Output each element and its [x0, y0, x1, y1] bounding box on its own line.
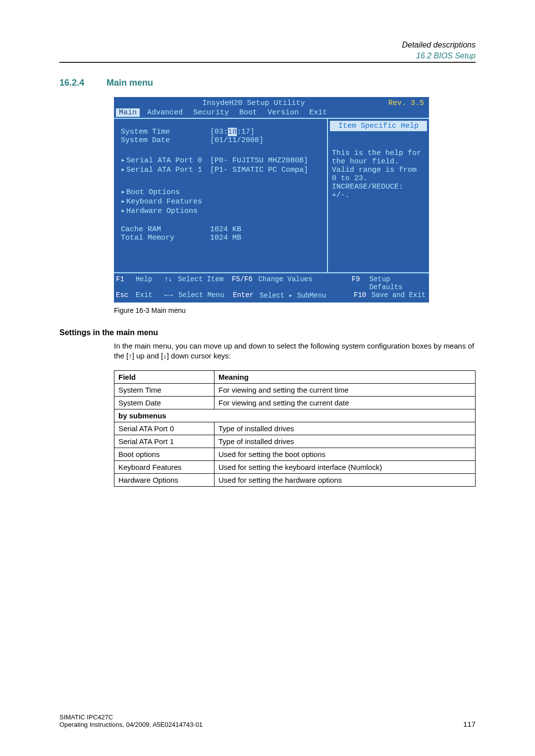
- key-f10: F10: [354, 291, 366, 299]
- cell-field: Serial ATA Port 0: [114, 422, 214, 435]
- footer-line2: Operating Instructions, 04/2009, A5E0241…: [59, 721, 476, 728]
- cell-field: Serial ATA Port 1: [114, 435, 214, 448]
- row-cache-ram: Cache RAM1024 KB: [121, 225, 322, 234]
- system-time-label: System Time: [121, 128, 210, 136]
- system-date-value: [01/11/2008]: [210, 136, 264, 145]
- header-block: Detailed descriptions 16.2 BIOS Setup: [59, 40, 476, 62]
- label-save-exit: Save and Exit: [372, 291, 426, 299]
- cell-meaning: Used for setting the hardware options: [214, 473, 476, 486]
- total-memory-value: 1024 MB: [210, 234, 241, 242]
- cell-field: System Date: [114, 396, 214, 409]
- section-number: 16.2.4: [59, 78, 104, 88]
- page-number: 117: [463, 720, 476, 728]
- cell-meaning: Used for setting the boot options: [214, 448, 476, 460]
- table-header-row: Field Meaning: [114, 370, 476, 383]
- cache-ram-value: 1024 KB: [210, 225, 241, 234]
- label-select-submenu: Select ▸ SubMenu: [260, 292, 326, 300]
- bios-help-text: This is the help for the hour field. Val…: [332, 149, 425, 200]
- sata0-value: [P0- FUJITSU MHZ2080B]: [210, 156, 308, 165]
- sata1-value: [P1- SIMATIC PC Compa]: [210, 166, 308, 174]
- bios-screenshot: InsydeH20 Setup Utility Rev. 3.5 Main Ad…: [114, 97, 429, 302]
- spec-table: Field Meaning System Time For viewing an…: [114, 370, 476, 487]
- key-f9: F9: [352, 275, 360, 283]
- section-heading: 16.2.4 Main menu: [59, 78, 476, 88]
- bios-rev: Rev. 3.5: [388, 99, 424, 107]
- table-row: Serial ATA Port 0 Type of installed driv…: [114, 422, 476, 435]
- row-boot-options[interactable]: Boot Options: [121, 187, 322, 197]
- row-sata1[interactable]: Serial ATA Port 1[P1- SIMATIC PC Compa]: [121, 165, 322, 174]
- header-title: Detailed descriptions: [59, 40, 476, 50]
- table-row: Keyboard Features Used for setting the k…: [114, 460, 476, 473]
- bios-left-panel: System Time[03:18:17] System Date[01/11/…: [114, 119, 328, 272]
- header-subtitle: 16.2 BIOS Setup: [59, 50, 476, 63]
- label-select-menu: Select Menu: [178, 291, 224, 299]
- cell-field: Boot options: [114, 448, 214, 460]
- tab-advanced[interactable]: Advanced: [144, 108, 186, 117]
- page: Detailed descriptions 16.2 BIOS Setup 16…: [0, 0, 535, 756]
- cell-meaning: Type of installed drives: [214, 422, 476, 435]
- tab-security[interactable]: Security: [190, 108, 232, 117]
- label-select-item: Select Item: [178, 275, 223, 283]
- key-f1: F1: [116, 275, 124, 283]
- bios-tabs: Main Advanced Security Boot Version Exit: [114, 108, 429, 118]
- row-system-time[interactable]: System Time[03:18:17]: [121, 128, 322, 136]
- total-memory-label: Total Memory: [121, 234, 210, 242]
- footer-line1: SIMATIC IPC427C: [59, 713, 476, 721]
- row-total-memory: Total Memory1024 MB: [121, 234, 322, 242]
- figure-caption: Figure 16-3 Main menu: [114, 306, 476, 314]
- table-row: System Time For viewing and setting the …: [114, 383, 476, 396]
- table-row: System Date For viewing and setting the …: [114, 396, 476, 409]
- tab-boot[interactable]: Boot: [236, 108, 260, 117]
- row-hardware-options[interactable]: Hardware Options: [121, 206, 322, 215]
- bios-help-panel: Item Specific Help This is the help for …: [328, 119, 429, 272]
- row-system-date[interactable]: System Date[01/11/2008]: [121, 136, 322, 145]
- header-rule: [59, 62, 476, 63]
- system-time-pre: [03:: [210, 128, 228, 136]
- key-arrows-v: ↑↓: [164, 275, 172, 283]
- label-help: Help: [136, 275, 153, 283]
- cell-meaning: For viewing and setting the current time: [214, 383, 476, 396]
- sata0-label: Serial ATA Port 0: [121, 155, 210, 165]
- row-sata0[interactable]: Serial ATA Port 0[P0- FUJITSU MHZ2080B]: [121, 155, 322, 165]
- tab-exit[interactable]: Exit: [306, 108, 330, 117]
- row-keyboard-features[interactable]: Keyboard Features: [121, 197, 322, 206]
- th-meaning: Meaning: [214, 370, 476, 383]
- section-title: Main menu: [107, 78, 153, 88]
- page-footer: SIMATIC IPC427C Operating Instructions, …: [59, 713, 476, 728]
- settings-text: In the main menu, you can move up and do…: [114, 341, 476, 361]
- bios-help-title: Item Specific Help: [330, 121, 427, 131]
- cell-meaning: Type of installed drives: [214, 435, 476, 448]
- sata1-label: Serial ATA Port 1: [121, 165, 210, 174]
- table-subheader-row: by submenus: [114, 409, 476, 422]
- cell-meaning: For viewing and setting the current date: [214, 396, 476, 409]
- key-arrows-h: ←→: [164, 291, 173, 299]
- table-row: Hardware Options Used for setting the ha…: [114, 473, 476, 486]
- system-date-label: System Date: [121, 136, 210, 145]
- key-enter: Enter: [233, 291, 254, 299]
- table-row: Boot options Used for setting the boot o…: [114, 448, 476, 460]
- label-exit: Exit: [136, 291, 153, 299]
- cell-field: System Time: [114, 383, 214, 396]
- bios-title: InsydeH20 Setup Utility: [202, 99, 305, 107]
- system-time-post: :17]: [237, 128, 255, 136]
- cell-field: Keyboard Features: [114, 460, 214, 473]
- bios-body: System Time[03:18:17] System Date[01/11/…: [114, 118, 429, 273]
- bios-titlebar: InsydeH20 Setup Utility Rev. 3.5: [114, 97, 429, 108]
- system-time-sel[interactable]: 18: [228, 128, 237, 136]
- cache-ram-label: Cache RAM: [121, 225, 210, 234]
- key-f5f6: F5/F6: [232, 275, 253, 283]
- label-change-values: Change Values: [258, 275, 312, 283]
- bios-footer: F1 Help ↑↓ Select Item F5/F6 Change Valu…: [114, 273, 429, 302]
- key-esc: Esc: [116, 291, 128, 299]
- label-setup-defaults: Setup Defaults: [369, 275, 402, 291]
- settings-heading: Settings in the main menu: [59, 328, 476, 337]
- cell-field: Hardware Options: [114, 473, 214, 486]
- cell-meaning: Used for setting the keyboard interface …: [214, 460, 476, 473]
- tab-version[interactable]: Version: [265, 108, 302, 117]
- th-submenus: by submenus: [114, 409, 476, 422]
- th-field: Field: [114, 370, 214, 383]
- tab-main[interactable]: Main: [116, 108, 140, 117]
- table-row: Serial ATA Port 1 Type of installed driv…: [114, 435, 476, 448]
